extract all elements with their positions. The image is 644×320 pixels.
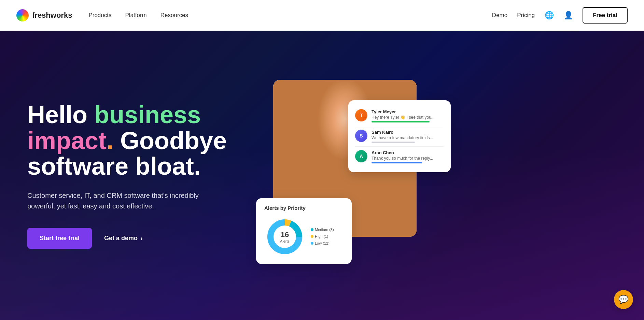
legend-high: High (1) <box>311 233 334 240</box>
user-icon[interactable]: 👤 <box>563 11 573 20</box>
legend-dot-low <box>311 242 313 245</box>
hero-content: Hello business impact. Goodbyesoftware b… <box>27 102 266 249</box>
hero-title-hello: Hello <box>27 101 94 128</box>
donut-number: 16 <box>280 230 290 239</box>
chat-info-tyler: Tyler Meyer Hey there Tyler 👋 I see that… <box>372 109 444 122</box>
avatar-aran: A <box>355 150 367 162</box>
alerts-card-title: Alerts by Priority <box>264 205 344 211</box>
nav-link-demo[interactable]: Demo <box>492 12 507 19</box>
chat-info-aran: Aran Chen Thank you so much for the repl… <box>372 150 444 163</box>
avatar-tyler: T <box>355 109 367 121</box>
legend-low: Low (12) <box>311 240 334 247</box>
nav-links: Products Platform Resources <box>88 12 188 19</box>
donut-container: 16 Alerts Medium (3) High (1) Low (12) <box>264 216 344 257</box>
chat-bar-aran <box>372 162 422 163</box>
hero-subtitle: Customer service, IT, and CRM software t… <box>27 190 225 212</box>
donut-chart: 16 Alerts <box>264 216 305 257</box>
arrow-right-icon: › <box>140 234 143 242</box>
chat-info-sam: Sam Kairo We have a few mandatory fields… <box>372 130 444 143</box>
chat-name-tyler: Tyler Meyer <box>372 109 444 114</box>
logo-icon <box>16 9 29 21</box>
chat-card: T Tyler Meyer Hey there Tyler 👋 I see th… <box>348 100 451 172</box>
nav-link-resources[interactable]: Resources <box>160 12 188 19</box>
chat-item-sam: S Sam Kairo We have a few mandatory fiel… <box>355 126 444 147</box>
hero-section: Hello business impact. Goodbyesoftware b… <box>0 31 644 320</box>
logo[interactable]: freshworks <box>16 9 72 21</box>
chat-preview-aran: Thank you so much for the reply... <box>372 156 444 161</box>
logo-text: freshworks <box>32 11 72 20</box>
nav-link-products[interactable]: Products <box>88 12 111 19</box>
hero-title-business: business <box>94 101 201 128</box>
nav-link-pricing[interactable]: Pricing <box>517 12 535 19</box>
nav-left: freshworks Products Platform Resources <box>16 9 188 21</box>
legend-dot-high <box>311 235 313 238</box>
hero-visual: Alerts by Priority <box>266 80 444 271</box>
chat-preview-sam: We have a few mandatory fields... <box>372 135 444 140</box>
avatar-sam: S <box>355 130 367 142</box>
hero-title-impact: impact. <box>27 127 113 154</box>
hero-title: Hello business impact. Goodbyesoftware b… <box>27 102 266 179</box>
get-demo-link[interactable]: Get a demo › <box>104 234 143 242</box>
chat-name-sam: Sam Kairo <box>372 130 444 135</box>
get-demo-text: Get a demo <box>104 235 138 242</box>
alerts-card: Alerts by Priority <box>256 198 352 264</box>
chat-item-aran: A Aran Chen Thank you so much for the re… <box>355 147 444 167</box>
chat-bubble-button[interactable]: 💬 <box>614 290 633 309</box>
hero-actions: Start free trial Get a demo › <box>27 228 266 249</box>
legend-medium: Medium (3) <box>311 227 334 233</box>
donut-label: Alerts <box>280 239 290 243</box>
navbar: freshworks Products Platform Resources D… <box>0 0 644 31</box>
chat-name-aran: Aran Chen <box>372 150 444 155</box>
chat-bubble-icon: 💬 <box>618 295 629 304</box>
start-free-trial-button[interactable]: Start free trial <box>27 228 92 249</box>
globe-icon[interactable]: 🌐 <box>544 11 554 20</box>
chat-item-tyler: T Tyler Meyer Hey there Tyler 👋 I see th… <box>355 106 444 126</box>
donut-center: 16 Alerts <box>280 230 290 243</box>
chat-bar-tyler <box>372 121 430 122</box>
legend-dot-medium <box>311 228 313 231</box>
chat-preview-tyler: Hey there Tyler 👋 I see that you... <box>372 115 444 120</box>
chat-bar-sam <box>372 142 415 143</box>
nav-right: Demo Pricing 🌐 👤 Free trial <box>492 7 628 24</box>
free-trial-button[interactable]: Free trial <box>583 7 628 24</box>
donut-legend: Medium (3) High (1) Low (12) <box>311 227 334 247</box>
nav-link-platform[interactable]: Platform <box>125 12 146 19</box>
